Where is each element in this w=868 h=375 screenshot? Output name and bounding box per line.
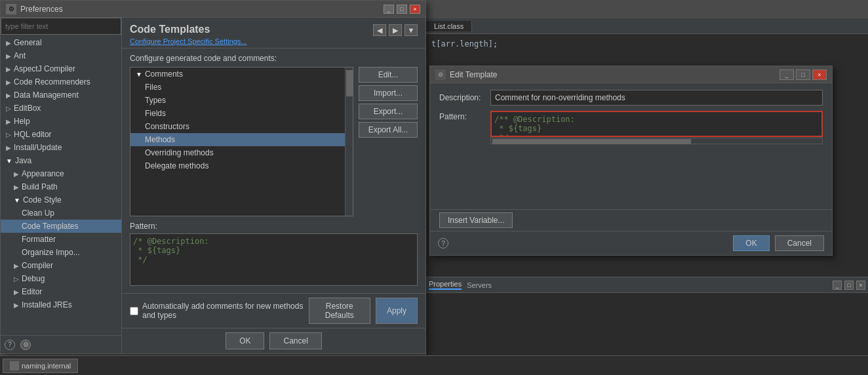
edit-maximize-btn[interactable]: □ [796, 69, 810, 80]
templates-area: ▼ Comments Files Types Fie [130, 67, 418, 216]
tmpl-item-delegate[interactable]: Delegate methods [130, 159, 345, 172]
taskbar-item-naming[interactable]: naming.internal [3, 359, 78, 373]
help-icon[interactable]: ? [5, 340, 15, 350]
h-scrollbar[interactable] [490, 138, 823, 144]
nav-back-btn[interactable]: ◀ [373, 24, 386, 36]
tmpl-item-constructors[interactable]: Constructors [130, 120, 345, 133]
main-wrapper: Quick Access ⊞ Java EE ▶ List.class t[ar… [0, 0, 868, 375]
bottom-tab-bar: Properties Servers _ □ × [426, 277, 868, 293]
tree-item-editbox[interactable]: ▷EditBox [1, 102, 121, 115]
nav-forward-btn[interactable]: ▶ [389, 24, 402, 36]
edit-template-controls: _ □ × [779, 69, 827, 80]
description-label: Description: [439, 93, 485, 102]
templates-scrollbar[interactable] [345, 68, 353, 216]
import-button[interactable]: Import... [359, 85, 418, 101]
tmpl-item-overriding[interactable]: Overriding methods [130, 146, 345, 159]
edit-cancel-button[interactable]: Cancel [775, 235, 824, 251]
taskbar-icon [10, 361, 19, 370]
edit-footer-buttons: OK Cancel [733, 235, 824, 251]
tree-item-hql[interactable]: ▷HQL editor [1, 128, 121, 141]
pattern-editor[interactable]: /* @Description: * ${tags} */ [130, 233, 418, 286]
preferences-maximize-btn[interactable]: □ [397, 5, 407, 14]
bottom-minimize-icon[interactable]: _ [833, 281, 842, 290]
nav-menu-btn[interactable]: ▼ [404, 24, 418, 36]
tree-item-editor[interactable]: ▶Editor [1, 285, 121, 298]
edit-footer: ? OK Cancel [430, 231, 832, 255]
bottom-panel-controls: _ □ × [833, 281, 865, 290]
bottom-tab-properties[interactable]: Properties [429, 280, 462, 290]
edit-minimize-btn[interactable]: _ [779, 69, 794, 80]
pattern-row: Pattern: /** @Description: * ${tags} */ [439, 111, 823, 144]
description-input[interactable] [490, 90, 823, 106]
cancel-button[interactable]: Cancel [269, 332, 321, 349]
preferences-window-controls: _ □ × [384, 5, 420, 14]
edit-help-icon[interactable]: ? [438, 238, 448, 248]
pref-footer: OK Cancel [122, 328, 425, 353]
project-specific-link[interactable]: Configure Project Specific Settings... [130, 37, 418, 45]
bottom-close-icon[interactable]: × [856, 281, 865, 290]
pattern-section: Pattern: /* @Description: * ${tags} */ [130, 222, 418, 288]
preferences-minimize-btn[interactable]: _ [384, 5, 394, 14]
preferences-content: Code Templates ◀ ▶ ▼ Configure Project S… [122, 18, 425, 353]
tree-item-data-mgmt[interactable]: ▶Data Management [1, 89, 121, 102]
preferences-title: Preferences [20, 5, 384, 14]
bottom-tab-servers[interactable]: Servers [467, 281, 492, 289]
preferences-body: ▶General ▶Ant ▶AspectJ Compiler ▶Code Re… [1, 18, 425, 353]
bottom-maximize-icon[interactable]: □ [844, 281, 854, 290]
edit-template-dialog: ⚙ Edit Template _ □ × Description: Patte… [429, 66, 833, 256]
export-button[interactable]: Export... [359, 104, 418, 119]
tree-item-formatter[interactable]: Formatter [1, 233, 121, 246]
tree-item-aspectj[interactable]: ▶AspectJ Compiler [1, 62, 121, 75]
tree-item-organize-imports[interactable]: Organize Impo... [1, 246, 121, 259]
tree-item-debug[interactable]: ▷Debug [1, 272, 121, 285]
tree-item-clean-up[interactable]: Clean Up [1, 207, 121, 220]
bottom-panel: Properties Servers _ □ × [426, 277, 868, 355]
edit-template-title: Edit Template [450, 70, 779, 79]
export-all-button[interactable]: Export All... [359, 122, 418, 138]
bottom-content [426, 293, 868, 355]
preferences-icon: ⚙ [6, 4, 16, 14]
tmpl-item-comments[interactable]: ▼ Comments [130, 68, 345, 81]
tree-item-compiler[interactable]: ▶Compiler [1, 259, 121, 272]
tree-filter-input[interactable] [1, 18, 121, 35]
configure-label: Configure generated code and comments: [130, 54, 418, 63]
restore-defaults-button[interactable]: Restore Defaults [309, 298, 370, 324]
tmpl-item-types[interactable]: Types [130, 94, 345, 107]
edit-pattern-editor[interactable]: /** @Description: * ${tags} */ [490, 111, 823, 137]
preferences-titlebar: ⚙ Preferences _ □ × [1, 1, 425, 18]
tree-item-code-templates[interactable]: Code Templates [1, 220, 121, 233]
preferences-close-btn[interactable]: × [410, 5, 420, 14]
taskbar: naming.internal [0, 355, 868, 375]
edit-pattern-wrapper: /** @Description: * ${tags} */ [490, 111, 823, 144]
description-row: Description: [439, 90, 823, 106]
tree-item-ant[interactable]: ▶Ant [1, 49, 121, 62]
tmpl-item-fields[interactable]: Fields [130, 107, 345, 120]
tree-item-build-path[interactable]: ▶Build Path [1, 180, 121, 193]
tree-item-installed-jres[interactable]: ▶Installed JREs [1, 298, 121, 311]
apply-button[interactable]: Apply [376, 298, 418, 324]
edit-template-titlebar: ⚙ Edit Template _ □ × [430, 66, 832, 83]
tree-items: ▶General ▶Ant ▶AspectJ Compiler ▶Code Re… [1, 35, 121, 335]
tree-item-appearance[interactable]: ▶Appearance [1, 167, 121, 180]
edit-button[interactable]: Edit... [359, 67, 418, 83]
tree-item-help[interactable]: ▶Help [1, 115, 121, 128]
settings-icon[interactable]: ⚙ [20, 340, 31, 350]
edit-ok-button[interactable]: OK [733, 235, 769, 251]
tree-item-code-recommenders[interactable]: ▶Code Recommenders [1, 75, 121, 89]
insert-variable-button[interactable]: Insert Variable... [439, 212, 513, 228]
tmpl-item-files[interactable]: Files [130, 81, 345, 94]
tree-item-java[interactable]: ▼Java [1, 154, 121, 167]
pref-header-row: Code Templates ◀ ▶ ▼ [130, 23, 418, 36]
editor-tab-list[interactable]: List.class [426, 21, 472, 31]
editor-code-line: t[arr.length]; [431, 39, 498, 49]
edit-close-btn[interactable]: × [812, 69, 827, 80]
pref-nav-buttons: ◀ ▶ ▼ [373, 24, 418, 36]
tmpl-item-methods[interactable]: Methods [130, 133, 345, 146]
tree-item-general[interactable]: ▶General [1, 36, 121, 49]
tree-item-code-style[interactable]: ▼Code Style [1, 193, 121, 207]
auto-comment-checkbox[interactable] [130, 307, 138, 315]
ok-button[interactable]: OK [226, 332, 264, 349]
tree-item-install[interactable]: ▶Install/Update [1, 141, 121, 154]
scroll-thumb [346, 70, 353, 96]
auto-comment-label[interactable]: Automatically add comments for new metho… [130, 302, 309, 320]
